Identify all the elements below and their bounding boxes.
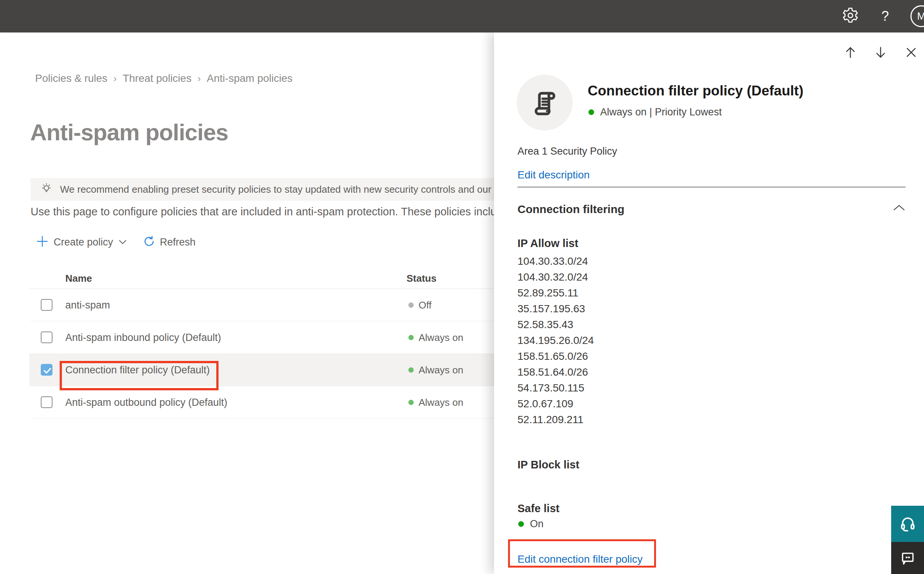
breadcrumb-policies-rules[interactable]: Policies & rules xyxy=(35,73,107,85)
safe-list-status: On xyxy=(518,518,544,530)
close-panel-button[interactable] xyxy=(903,45,919,60)
policy-name[interactable]: Connection filter policy (Default) xyxy=(65,354,210,386)
connection-filtering-header: Connection filtering xyxy=(517,203,624,216)
ip-allow-item: 52.11.209.211 xyxy=(517,412,594,428)
row-checkbox-checked[interactable] xyxy=(41,364,52,375)
feedback-button[interactable] xyxy=(891,542,924,574)
refresh-label: Refresh xyxy=(160,237,196,248)
policy-scroll-icon xyxy=(529,87,560,118)
ip-allow-item: 52.0.67.109 xyxy=(517,396,594,412)
status-label: Always on xyxy=(419,332,464,344)
collapse-section-button[interactable] xyxy=(893,204,905,213)
top-bar-actions: ? M xyxy=(841,0,924,32)
move-down-button[interactable] xyxy=(873,45,888,60)
ip-allow-item: 158.51.64.0/26 xyxy=(517,364,594,380)
ip-allow-item: 54.173.50.115 xyxy=(517,380,594,396)
ip-allow-item: 158.51.65.0/26 xyxy=(517,348,594,364)
gear-icon xyxy=(842,7,859,26)
status-cell: Off xyxy=(408,289,432,321)
status-dot-green xyxy=(518,521,524,527)
banner-text: We recommend enabling preset security po… xyxy=(60,184,506,196)
arrow-down-icon xyxy=(873,45,888,60)
avatar-initial: M xyxy=(917,11,924,22)
safe-list-title: Safe list xyxy=(517,502,559,515)
plus-icon xyxy=(35,235,49,250)
account-avatar[interactable]: M xyxy=(910,5,924,27)
breadcrumb: Policies & rules › Threat policies › Ant… xyxy=(35,73,293,85)
safe-list-status-text: On xyxy=(530,518,544,530)
page-description: Use this page to configure policies that… xyxy=(30,205,533,218)
policy-name[interactable]: anti-spam xyxy=(65,289,110,321)
chevron-right-icon: › xyxy=(198,73,201,85)
arrow-up-icon xyxy=(843,45,858,60)
ip-block-list-title: IP Block list xyxy=(517,459,579,471)
row-checkbox[interactable] xyxy=(41,331,52,343)
ip-allow-list: 104.30.33.0/24 104.30.32.0/24 52.89.255.… xyxy=(517,254,594,428)
move-up-button[interactable] xyxy=(843,45,858,60)
panel-title: Connection filter policy (Default) xyxy=(588,83,803,99)
ip-allow-item: 52.89.255.11 xyxy=(517,285,594,301)
row-checkbox[interactable] xyxy=(41,396,52,408)
policy-name[interactable]: Anti-spam inbound policy (Default) xyxy=(65,321,221,354)
status-cell: Always on xyxy=(408,321,464,354)
edit-description-link[interactable]: Edit description xyxy=(517,169,590,181)
chevron-up-icon xyxy=(893,204,905,211)
ip-allow-item: 104.30.32.0/24 xyxy=(517,269,594,285)
status-dot-green xyxy=(589,109,594,115)
status-dot-on xyxy=(408,400,414,405)
status-label: Always on xyxy=(419,364,464,376)
refresh-button[interactable]: Refresh xyxy=(143,235,196,249)
status-dot-off xyxy=(408,303,414,308)
help-icon: ? xyxy=(881,8,889,24)
row-checkbox[interactable] xyxy=(41,299,52,311)
ip-allow-item: 52.58.35.43 xyxy=(517,317,594,333)
headset-icon xyxy=(899,515,917,533)
support-button[interactable] xyxy=(891,506,924,542)
ip-allow-list-title: IP Allow list xyxy=(517,237,578,250)
create-policy-label: Create policy xyxy=(54,237,113,248)
close-icon xyxy=(904,46,918,59)
policy-name[interactable]: Anti-spam outbound policy (Default) xyxy=(65,386,227,419)
policy-description: Area 1 Security Policy xyxy=(517,145,617,157)
column-header-name[interactable]: Name xyxy=(65,273,92,284)
ip-allow-item: 104.30.33.0/24 xyxy=(517,254,594,269)
status-dot-on xyxy=(408,335,414,340)
feedback-chat-icon xyxy=(899,550,916,566)
breadcrumb-anti-spam-policies[interactable]: Anti-spam policies xyxy=(207,73,293,85)
column-header-status[interactable]: Status xyxy=(407,273,436,284)
create-policy-button[interactable]: Create policy xyxy=(35,235,127,250)
breadcrumb-threat-policies[interactable]: Threat policies xyxy=(123,73,191,85)
edit-connection-filter-policy-link[interactable]: Edit connection filter policy xyxy=(517,553,643,565)
ip-allow-item: 35.157.195.63 xyxy=(517,301,594,317)
top-bar: ? M xyxy=(0,0,924,32)
chevron-down-icon xyxy=(119,239,127,247)
list-toolbar: Create policy Refresh xyxy=(35,233,196,251)
panel-status-text: Always on | Priority Lowest xyxy=(600,106,722,118)
recommendation-banner: We recommend enabling preset security po… xyxy=(30,178,506,201)
policy-details-panel: Connection filter policy (Default) Alway… xyxy=(494,32,924,574)
settings-button[interactable] xyxy=(841,7,860,26)
app-window: ? M Policies & rules › Threat policies ›… xyxy=(0,0,924,574)
refresh-icon xyxy=(143,235,155,249)
status-label: Always on xyxy=(419,397,464,408)
panel-status-line: Always on | Priority Lowest xyxy=(589,106,722,118)
policy-icon-badge xyxy=(517,75,573,131)
status-dot-on xyxy=(408,367,414,373)
checkmark-icon xyxy=(42,365,53,376)
lightbulb-icon xyxy=(40,182,53,197)
panel-divider xyxy=(517,187,905,188)
status-label: Off xyxy=(419,300,432,311)
page-title: Anti-spam policies xyxy=(30,119,228,145)
help-button[interactable]: ? xyxy=(876,7,895,26)
status-cell: Always on xyxy=(408,386,464,419)
chevron-right-icon: › xyxy=(113,73,117,85)
ip-allow-item: 134.195.26.0/24 xyxy=(517,333,594,348)
status-cell: Always on xyxy=(408,354,464,386)
